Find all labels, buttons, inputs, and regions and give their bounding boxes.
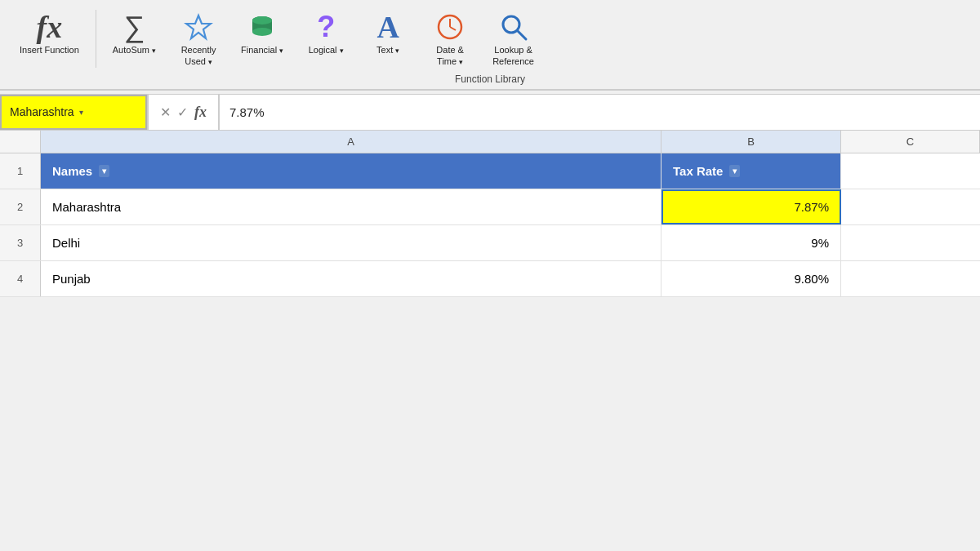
ribbon: fx Insert Function ∑ AutoSum ▾ RecentlyU… [0, 0, 980, 95]
cell-a3-value: Delhi [52, 236, 80, 250]
row-number-2: 2 [0, 189, 41, 224]
fx-icon: fx [29, 10, 69, 44]
date-time-label: Date &Time ▾ [436, 44, 464, 68]
cell-b4-value: 9.80% [794, 272, 829, 286]
cell-a2[interactable]: Maharashtra [41, 189, 662, 224]
date-time-button[interactable]: Date &Time ▾ [419, 7, 481, 71]
cell-b4[interactable]: 9.80% [662, 261, 841, 296]
question-icon: ? [306, 10, 345, 44]
ribbon-items-container: fx Insert Function ∑ AutoSum ▾ RecentlyU… [0, 7, 980, 71]
function-library-section-label: Function Library [0, 71, 980, 91]
row-num-header [0, 131, 41, 153]
cell-a3[interactable]: Delhi [41, 225, 662, 260]
recently-used-label: RecentlyUsed ▾ [181, 44, 216, 68]
cancel-button[interactable]: ✕ [160, 104, 171, 120]
col-header-a: A [41, 131, 662, 153]
cell-b1[interactable]: Tax Rate ▾ [662, 153, 841, 189]
col-header-c: C [841, 131, 980, 153]
cell-b3[interactable]: 9% [662, 225, 841, 260]
svg-line-7 [450, 27, 456, 30]
formula-bar: Maharashtra ▾ ✕ ✓ fx [0, 95, 980, 131]
cell-a4-value: Punjab [52, 272, 91, 286]
cell-c4[interactable] [841, 261, 980, 296]
table-row: 2 Maharashtra 7.87% [0, 189, 980, 225]
star-icon [179, 10, 218, 44]
cell-b3-value: 9% [811, 236, 829, 250]
logical-button[interactable]: ? Logical ▾ [295, 7, 357, 60]
name-box-dropdown-arrow[interactable]: ▾ [79, 108, 83, 117]
svg-line-9 [518, 31, 526, 39]
clock-icon [430, 10, 470, 44]
cell-a4[interactable]: Punjab [41, 261, 662, 296]
ribbon-divider-1 [96, 10, 96, 68]
svg-point-3 [252, 28, 272, 36]
text-a-icon: A [368, 10, 408, 44]
cell-c1[interactable] [841, 153, 980, 189]
autosum-label: AutoSum ▾ [113, 44, 156, 56]
formula-bar-controls: ✕ ✓ fx [149, 104, 218, 121]
logical-label: Logical ▾ [309, 44, 344, 56]
lookup-icon [494, 10, 533, 44]
table-row: 1 Names ▾ Tax Rate ▾ [0, 153, 980, 189]
financial-label: Financial ▾ [241, 44, 283, 56]
text-button[interactable]: A Text ▾ [357, 7, 419, 60]
column-header-row: A B C [0, 131, 980, 153]
svg-point-4 [252, 16, 272, 24]
autosum-button[interactable]: ∑ AutoSum ▾ [101, 7, 167, 60]
taxrate-dropdown-arrow[interactable]: ▾ [729, 165, 740, 177]
confirm-button[interactable]: ✓ [177, 104, 188, 120]
sigma-icon: ∑ [114, 10, 154, 44]
cell-a1-value: Names [52, 164, 92, 178]
formula-input[interactable] [219, 95, 980, 130]
cell-a1[interactable]: Names ▾ [41, 153, 662, 189]
svg-marker-0 [186, 16, 211, 38]
names-dropdown-arrow[interactable]: ▾ [99, 165, 109, 177]
recently-used-button[interactable]: RecentlyUsed ▾ [167, 7, 229, 71]
cell-c2[interactable] [841, 189, 980, 224]
text-label: Text ▾ [376, 44, 399, 56]
table-row: 4 Punjab 9.80% [0, 261, 980, 297]
cell-b1-value: Tax Rate [673, 164, 723, 178]
table-row: 3 Delhi 9% [0, 225, 980, 261]
spreadsheet: A B C 1 Names ▾ Tax Rate ▾ 2 Maharashtra… [0, 131, 980, 297]
insert-function-label: Insert Function [20, 44, 79, 56]
lookup-reference-button[interactable]: Lookup &Reference [481, 7, 546, 71]
star-svg [184, 12, 213, 42]
lookup-reference-label: Lookup &Reference [492, 44, 534, 68]
insert-function-button[interactable]: fx Insert Function [8, 7, 91, 59]
database-icon [243, 10, 282, 44]
financial-button[interactable]: Financial ▾ [229, 7, 295, 60]
name-box-value: Maharashtra [10, 105, 74, 118]
row-number-4: 4 [0, 261, 41, 296]
cell-b2[interactable]: 7.87% [662, 189, 841, 224]
cell-b2-value: 7.87% [794, 200, 829, 214]
formula-fx-icon: fx [194, 104, 207, 121]
cell-a2-value: Maharashtra [52, 200, 121, 214]
cell-c3[interactable] [841, 225, 980, 260]
row-number-3: 3 [0, 225, 41, 260]
name-box[interactable]: Maharashtra ▾ [0, 95, 147, 130]
col-header-b: B [662, 131, 841, 153]
row-number-1: 1 [0, 153, 41, 189]
